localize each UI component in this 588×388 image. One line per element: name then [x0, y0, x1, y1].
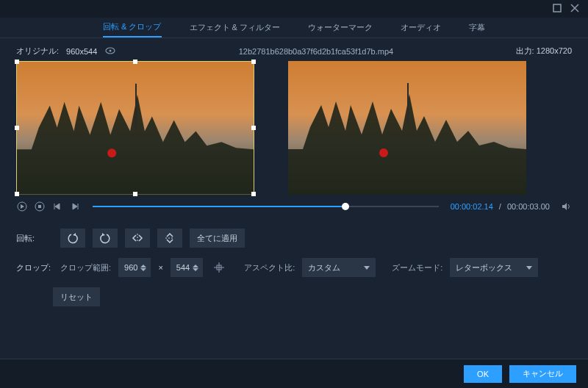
- original-label: オリジナル:: [16, 46, 59, 57]
- maximize-icon[interactable]: [553, 4, 562, 14]
- rotate-left-button[interactable]: [60, 229, 85, 248]
- flip-vertical-button[interactable]: [157, 229, 182, 248]
- output-size: 1280x720: [537, 46, 572, 55]
- close-icon[interactable]: [570, 4, 579, 14]
- zoom-label: ズームモード:: [392, 262, 442, 273]
- svg-point-5: [379, 148, 388, 157]
- tab-watermark[interactable]: ウォーターマーク: [308, 18, 373, 37]
- flip-horizontal-button[interactable]: [125, 229, 150, 248]
- time-total: 00:00:03.00: [507, 202, 550, 211]
- tab-audio[interactable]: オーディオ: [401, 18, 441, 37]
- height-down[interactable]: [193, 268, 198, 271]
- output-label: 出力:: [516, 46, 534, 55]
- crop-range-label: クロップ範囲:: [60, 262, 111, 273]
- time-current: 00:00:02.14: [451, 202, 493, 211]
- volume-icon[interactable]: [560, 201, 572, 212]
- cancel-button[interactable]: キャンセル: [509, 365, 576, 383]
- height-up[interactable]: [193, 265, 198, 267]
- crop-height-input[interactable]: 544: [171, 258, 203, 277]
- svg-rect-6: [407, 83, 409, 127]
- tab-rotate-crop[interactable]: 回転 & クロップ: [103, 18, 161, 37]
- zoom-select[interactable]: レターボックス: [450, 258, 538, 277]
- reset-button[interactable]: リセット: [53, 287, 100, 306]
- playback-slider[interactable]: [93, 206, 439, 207]
- svg-rect-9: [38, 205, 41, 208]
- aspect-select[interactable]: カスタム: [302, 258, 376, 277]
- time-sep: /: [499, 202, 501, 211]
- tab-subtitle[interactable]: 字幕: [469, 18, 485, 37]
- aspect-value: カスタム: [308, 262, 340, 273]
- width-up[interactable]: [140, 265, 146, 267]
- crop-preview[interactable]: [16, 61, 254, 195]
- tab-effect-filter[interactable]: エフェクト & フィルター: [190, 18, 280, 37]
- apply-all-button[interactable]: 全てに適用: [190, 229, 245, 248]
- crop-height-value: 544: [176, 263, 190, 272]
- crop-sep: ×: [158, 263, 162, 272]
- svg-point-3: [107, 148, 116, 157]
- filename: 12b2781b628b0a37f6d2b1fca53f1d7b.mp4: [239, 47, 393, 56]
- rotate-label: 回転:: [16, 233, 53, 244]
- svg-point-2: [110, 49, 112, 51]
- zoom-value: レターボックス: [456, 262, 512, 273]
- prev-frame-button[interactable]: [51, 201, 63, 212]
- output-preview: [288, 61, 526, 195]
- crop-width-value: 960: [124, 263, 137, 272]
- next-frame-button[interactable]: [69, 201, 81, 212]
- ok-button[interactable]: OK: [464, 365, 502, 383]
- play-button[interactable]: [16, 201, 28, 212]
- width-down[interactable]: [140, 268, 146, 271]
- aspect-label: アスペクト比:: [244, 262, 295, 273]
- crop-width-input[interactable]: 960: [118, 258, 151, 277]
- svg-rect-0: [553, 4, 561, 12]
- original-size: 960x544: [66, 47, 97, 56]
- rotate-right-button[interactable]: [93, 229, 118, 248]
- svg-rect-4: [135, 84, 137, 128]
- eye-icon[interactable]: [104, 46, 116, 57]
- crop-label: クロップ:: [16, 262, 53, 273]
- crop-position-icon[interactable]: [210, 259, 228, 276]
- stop-button[interactable]: [34, 201, 46, 212]
